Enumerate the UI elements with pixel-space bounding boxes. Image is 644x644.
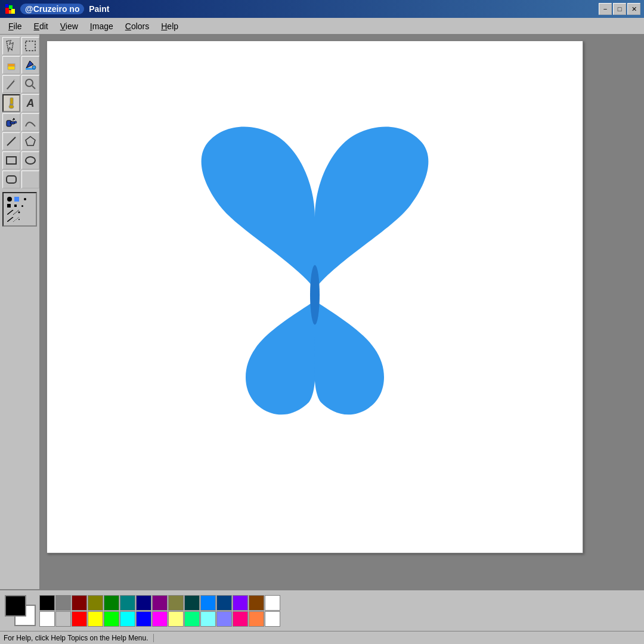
brush-row-3 (7, 210, 32, 215)
svg-marker-26 (26, 137, 35, 145)
svg-point-22 (13, 119, 14, 120)
svg-line-30 (7, 210, 13, 215)
color-cell[interactable] (88, 611, 103, 627)
svg-rect-4 (9, 10, 11, 14)
tool-rectangle[interactable] (2, 151, 20, 169)
maximize-button[interactable]: □ (613, 3, 626, 15)
color-cell[interactable] (216, 611, 232, 627)
svg-rect-0 (5, 8, 9, 14)
brush-size-square-active[interactable] (14, 197, 19, 202)
color-cell[interactable] (184, 611, 200, 627)
color-cell[interactable] (55, 595, 71, 611)
brush-size-tiny[interactable] (21, 205, 23, 207)
foreground-color-box[interactable] (5, 595, 26, 617)
brush-size-panel (2, 192, 37, 227)
menu-colors[interactable]: Colors (119, 20, 155, 33)
minimize-button[interactable]: − (599, 3, 612, 15)
svg-rect-2 (5, 4, 8, 7)
color-palette-area (0, 589, 644, 631)
color-cell[interactable] (233, 595, 248, 611)
tool-free-select[interactable] (2, 37, 20, 55)
color-cell[interactable] (168, 611, 184, 627)
svg-rect-27 (7, 157, 16, 164)
color-cell[interactable] (152, 595, 168, 611)
tool-pencil[interactable] (2, 75, 20, 93)
svg-marker-5 (7, 41, 13, 51)
svg-point-36 (310, 265, 320, 324)
toolbox: A (0, 35, 41, 589)
tool-eraser[interactable] (2, 56, 20, 74)
brush-size-medium-sq[interactable] (7, 204, 11, 208)
canvas-surface[interactable] (47, 41, 583, 553)
color-cell[interactable] (120, 595, 135, 611)
svg-point-32 (18, 212, 20, 213)
color-cell[interactable] (249, 611, 264, 627)
brush-row-4 (7, 217, 32, 222)
title-bar-buttons: − □ ✕ (599, 3, 640, 15)
color-cell[interactable] (88, 595, 103, 611)
tool-text[interactable]: A (21, 94, 39, 112)
svg-rect-8 (8, 64, 15, 66)
tool-grid: A (2, 37, 37, 188)
svg-point-18 (9, 105, 14, 109)
close-button[interactable]: ✕ (627, 3, 640, 15)
color-cell[interactable] (265, 595, 280, 611)
color-cell[interactable] (55, 611, 71, 627)
app-icon (4, 2, 17, 16)
color-cell[interactable] (200, 595, 216, 611)
svg-point-24 (13, 118, 14, 119)
brush-size-large-circle[interactable] (7, 197, 12, 202)
svg-line-33 (7, 217, 13, 222)
tool-magnify[interactable] (21, 75, 39, 93)
color-cell[interactable] (152, 611, 168, 627)
color-cell[interactable] (136, 595, 151, 611)
canvas-area[interactable] (41, 35, 644, 589)
svg-point-21 (14, 121, 17, 123)
color-cell[interactable] (72, 595, 87, 611)
status-text: For Help, click Help Topics on the Help … (4, 634, 154, 642)
svg-line-34 (13, 217, 19, 222)
color-cell[interactable] (104, 595, 119, 611)
svg-rect-1 (9, 5, 13, 9)
color-cell[interactable] (184, 595, 200, 611)
tool-ellipse[interactable] (21, 151, 39, 169)
color-cell[interactable] (120, 611, 135, 627)
tool-curve[interactable] (21, 113, 39, 131)
color-cell[interactable] (104, 611, 119, 627)
brush-diagonal-2[interactable] (7, 217, 20, 222)
menu-view[interactable]: View (54, 20, 84, 33)
tool-rect-select[interactable] (21, 37, 39, 55)
tool-placeholder (21, 171, 39, 188)
svg-point-35 (18, 219, 20, 220)
color-cell[interactable] (233, 611, 248, 627)
brush-size-small-dot[interactable] (24, 198, 26, 200)
color-cell[interactable] (168, 595, 184, 611)
tool-spray[interactable] (2, 113, 20, 131)
color-cell[interactable] (216, 595, 232, 611)
svg-point-28 (26, 157, 35, 164)
color-cell[interactable] (72, 611, 87, 627)
tool-line[interactable] (2, 132, 20, 150)
svg-point-14 (26, 79, 33, 86)
svg-rect-3 (11, 9, 15, 14)
title-bar: @Cruzeiro no Paint − □ ✕ (0, 0, 644, 18)
menu-help[interactable]: Help (155, 20, 184, 33)
color-cell[interactable] (265, 611, 280, 627)
brush-diagonal-1[interactable] (7, 210, 20, 215)
tool-polygon[interactable] (21, 132, 39, 150)
main-area: A (0, 35, 644, 589)
svg-point-10 (32, 66, 36, 69)
color-cell[interactable] (136, 611, 151, 627)
menu-image[interactable]: Image (84, 20, 119, 33)
color-cell[interactable] (200, 611, 216, 627)
brush-size-small-sq[interactable] (14, 205, 17, 207)
color-cell[interactable] (39, 611, 55, 627)
tool-fill[interactable] (21, 56, 39, 74)
menu-file[interactable]: File (2, 20, 28, 33)
menu-edit[interactable]: Edit (28, 20, 54, 33)
tool-brush[interactable] (2, 94, 20, 112)
tool-rounded-rect[interactable] (2, 171, 20, 188)
color-cell[interactable] (39, 595, 55, 611)
color-cell[interactable] (249, 595, 264, 611)
butterfly-container (130, 110, 500, 469)
